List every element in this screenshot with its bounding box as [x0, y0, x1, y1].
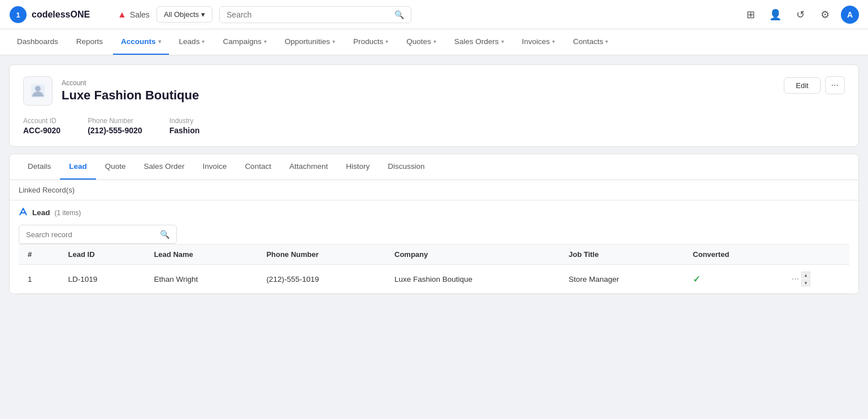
account-title-area: Account Luxe Fashion Boutique	[62, 79, 199, 103]
converted-checkmark-icon: ✓	[693, 274, 700, 284]
account-id-value: ACC-9020	[23, 126, 60, 135]
cell-lead-name: Ethan Wright	[145, 265, 257, 294]
tab-contact[interactable]: Contact	[236, 154, 280, 180]
nav-tab-dashboards[interactable]: Dashboards	[9, 29, 66, 55]
table-row: 1 LD-1019 Ethan Wright (212)-555-1019 Lu…	[19, 265, 849, 294]
row-more-button[interactable]: ···	[792, 274, 799, 284]
nav-tab-invoices-label: Invoices	[522, 37, 550, 46]
col-actions	[783, 245, 849, 265]
tab-history[interactable]: History	[337, 154, 379, 180]
nav-tab-contacts[interactable]: Contacts ▾	[565, 29, 616, 55]
all-objects-chevron: ▾	[201, 10, 205, 19]
products-chevron-icon: ▾	[385, 38, 388, 45]
cell-row-actions: ··· ▲ ▼	[783, 265, 849, 294]
nav-tab-contacts-label: Contacts	[573, 37, 603, 46]
lead-section-label: Lead	[32, 208, 50, 217]
col-company: Company	[385, 245, 559, 265]
linked-records-label: Linked Record(s)	[10, 180, 858, 200]
account-name: Luxe Fashion Boutique	[62, 88, 199, 103]
lead-section: Lead (1 items) 🔍 # Lead ID Lead Name Pho	[10, 200, 858, 294]
nav-tab-leads[interactable]: Leads ▾	[171, 29, 213, 55]
account-header: Account Luxe Fashion Boutique Edit ···	[23, 76, 845, 106]
database-icon-button[interactable]: ⊞	[741, 6, 760, 24]
cell-converted: ✓	[684, 265, 782, 294]
nav-tab-invoices[interactable]: Invoices ▾	[514, 29, 563, 55]
col-converted: Converted	[684, 245, 782, 265]
col-phone: Phone Number	[257, 245, 385, 265]
all-objects-label: All Objects	[164, 10, 199, 19]
search-record-bar[interactable]: 🔍	[19, 225, 177, 244]
tab-attachment[interactable]: Attachment	[280, 154, 337, 180]
global-search-input[interactable]	[227, 10, 390, 19]
industry-field: Industry Fashion	[170, 117, 200, 135]
account-icon-box	[23, 76, 53, 106]
nav-tab-quotes-label: Quotes	[406, 37, 431, 46]
nav-tab-accounts[interactable]: Accounts ▾	[113, 29, 169, 55]
table-header-row: # Lead ID Lead Name Phone Number Company…	[19, 245, 849, 265]
account-id-field: Account ID ACC-9020	[23, 117, 60, 135]
tab-lead[interactable]: Lead	[60, 154, 96, 180]
cell-job-title: Store Manager	[559, 265, 684, 294]
nav-tab-campaigns-label: Campaigns	[223, 37, 261, 46]
account-header-left: Account Luxe Fashion Boutique	[23, 76, 199, 106]
sales-orders-chevron-icon: ▾	[501, 38, 504, 45]
tab-quote[interactable]: Quote	[96, 154, 135, 180]
tab-sales-order[interactable]: Sales Order	[135, 154, 194, 180]
nav-tab-quotes[interactable]: Quotes ▾	[398, 29, 444, 55]
svg-text:1: 1	[16, 11, 20, 19]
search-record-input[interactable]	[26, 230, 155, 239]
cell-lead-id: LD-1019	[59, 265, 145, 294]
tab-discussion[interactable]: Discussion	[379, 154, 433, 180]
nav-tab-sales-orders-label: Sales Orders	[454, 37, 499, 46]
industry-label: Industry	[170, 117, 200, 125]
account-id-label: Account ID	[23, 117, 60, 125]
tab-invoice[interactable]: Invoice	[194, 154, 236, 180]
industry-value: Fashion	[170, 126, 200, 135]
more-options-button[interactable]: ···	[825, 76, 845, 94]
nav-tab-leads-label: Leads	[179, 37, 200, 46]
nav-tab-dashboards-label: Dashboards	[17, 37, 58, 46]
sales-icon: ▲	[118, 10, 127, 20]
account-meta: Account ID ACC-9020 Phone Number (212)-5…	[23, 117, 845, 135]
opportunities-chevron-icon: ▾	[332, 38, 335, 45]
nav-tab-reports[interactable]: Reports	[68, 29, 111, 55]
top-bar: 1 codelessONE ▲ Sales All Objects ▾ 🔍 ⊞ …	[0, 0, 868, 29]
nav-tabs: Dashboards Reports Accounts ▾ Leads ▾ Ca…	[0, 29, 868, 55]
lead-section-icon	[19, 207, 28, 218]
campaigns-chevron-icon: ▾	[264, 38, 267, 45]
settings-icon-button[interactable]: ⚙	[816, 6, 834, 24]
cell-num: 1	[19, 265, 59, 294]
lead-count: (1 items)	[55, 209, 81, 217]
main-content: Account Luxe Fashion Boutique Edit ··· A…	[0, 55, 868, 303]
nav-tab-opportunities[interactable]: Opportunities ▾	[277, 29, 343, 55]
phone-number-label: Phone Number	[88, 117, 142, 125]
scroll-buttons: ▲ ▼	[801, 272, 810, 286]
global-search-bar[interactable]: 🔍	[219, 6, 411, 23]
col-lead-name: Lead Name	[145, 245, 257, 265]
col-num: #	[19, 245, 59, 265]
user-avatar-button[interactable]: A	[841, 6, 859, 24]
account-avatar-icon	[30, 83, 46, 99]
svg-point-3	[35, 86, 41, 91]
app-name-label: Sales	[130, 10, 150, 19]
scroll-up-button[interactable]: ▲	[801, 272, 810, 278]
user-add-icon-button[interactable]: 👤	[766, 6, 784, 24]
logo-text: codelessONE	[32, 10, 90, 20]
leads-chevron-icon: ▾	[202, 38, 205, 45]
cell-phone: (212)-555-1019	[257, 265, 385, 294]
nav-tab-accounts-label: Accounts	[121, 37, 156, 46]
nav-tab-opportunities-label: Opportunities	[285, 37, 330, 46]
nav-tab-sales-orders[interactable]: Sales Orders ▾	[446, 29, 512, 55]
tab-details[interactable]: Details	[19, 154, 60, 180]
app-name-area: ▲ Sales	[118, 10, 150, 20]
history-icon-button[interactable]: ↺	[791, 6, 809, 24]
phone-number-value: (212)-555-9020	[88, 126, 142, 135]
all-objects-button[interactable]: All Objects ▾	[157, 6, 212, 23]
scroll-down-button[interactable]: ▼	[801, 280, 810, 286]
detail-card: Details Lead Quote Sales Order Invoice C…	[9, 154, 859, 294]
search-record-icon: 🔍	[160, 230, 170, 239]
nav-tab-products[interactable]: Products ▾	[345, 29, 396, 55]
nav-tab-campaigns[interactable]: Campaigns ▾	[215, 29, 274, 55]
phone-number-field: Phone Number (212)-555-9020	[88, 117, 142, 135]
edit-button[interactable]: Edit	[784, 77, 820, 94]
